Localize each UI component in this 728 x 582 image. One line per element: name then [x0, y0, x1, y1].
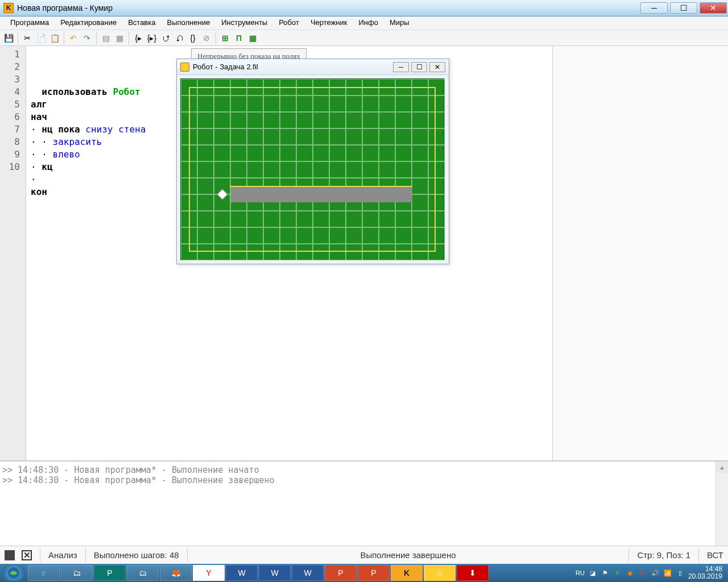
task-word3-icon[interactable]: W [292, 565, 324, 581]
task-robot-icon[interactable]: ☺ [424, 565, 456, 581]
grid1-icon[interactable]: ⊞ [219, 32, 231, 44]
menu-Редактирование[interactable]: Редактирование [55, 16, 122, 30]
menu-Инструменты[interactable]: Инструменты [216, 16, 273, 30]
menu-Программа[interactable]: Программа [5, 16, 55, 30]
line-number: 4 [2, 86, 23, 98]
robot-window-icon [180, 63, 189, 72]
line-number: 3 [2, 73, 23, 86]
paste-icon[interactable]: 📋 [48, 32, 61, 44]
console-line: >> 14:48:30 - Новая программа* - Выполне… [2, 465, 726, 475]
status-exec: Выполнение завершено [196, 550, 621, 560]
field-border [189, 87, 436, 252]
run1-icon[interactable]: {▸ [132, 32, 144, 44]
menubar: ПрограммаРедактированиеВставкаВыполнение… [0, 16, 728, 30]
gutter: 12345678910 [0, 46, 26, 460]
console-line: >> 14:48:30 - Новая программа* - Выполне… [2, 475, 726, 485]
window-title: Новая программа - Кумир [17, 3, 113, 13]
task-ppt1-icon[interactable]: P [325, 565, 357, 581]
cut-icon[interactable]: ✂ [21, 32, 34, 44]
status-steps: Выполнено шагов: 48 [94, 550, 179, 560]
scroll-up-icon[interactable]: ▴ [716, 462, 728, 473]
doc2-icon[interactable]: ▦ [113, 32, 126, 44]
line-number: 8 [2, 136, 23, 148]
line-number: 6 [2, 111, 23, 123]
step1-icon[interactable]: ⮍ [159, 32, 172, 44]
status-clear-icon[interactable]: ✕ [22, 550, 32, 560]
menu-Инфо[interactable]: Инфо [353, 16, 383, 30]
grid2-icon[interactable]: П [233, 32, 245, 44]
line-number: 1 [2, 48, 23, 61]
task-firefox-icon[interactable]: 🦊 [160, 565, 192, 581]
task-pdf-icon[interactable]: ⬇ [457, 565, 489, 581]
line-number: 2 [2, 61, 23, 73]
task-publisher-icon[interactable]: P [94, 565, 126, 581]
status-cursor-pos: Стр: 9, Поз: 1 [637, 550, 690, 560]
statusbar: ✕ Анализ Выполнено шагов: 48 Выполнение … [0, 546, 728, 564]
status-analysis: Анализ [48, 550, 77, 560]
step2-icon[interactable]: ⮏ [173, 32, 185, 44]
close-button[interactable]: ✕ [700, 2, 727, 14]
painted-cells [231, 187, 412, 202]
status-save-icon[interactable] [5, 550, 15, 560]
console-output[interactable]: >> 14:48:30 - Новая программа* - Выполне… [0, 460, 728, 546]
toolbar: 💾 ✂ 📄 📋 ↶ ↷ ▤ ▦ {▸ {▸} ⮍ ⮏ {} ⊘ ⊞ П ▦ [0, 30, 728, 46]
robot-close-button[interactable]: ✕ [429, 62, 445, 72]
tray-pdf-icon[interactable]: A [638, 568, 647, 577]
windows-taskbar: e 🗂 P 🗂 🦊 Y W W W P P K ☺ ⬇ RU ◪ ⚑ K ◉ A… [0, 564, 728, 582]
tray-shield-icon[interactable]: ◪ [588, 568, 597, 577]
redo-icon[interactable]: ↷ [81, 32, 93, 44]
system-tray: RU ◪ ⚑ K ◉ A 🔊 📶 ▯ 14:48 20.03.2019 [576, 566, 726, 580]
tray-network-icon[interactable]: 📶 [663, 568, 672, 577]
tray-volume-icon[interactable]: 🔊 [651, 568, 660, 577]
line-number: 5 [2, 98, 23, 111]
copy-icon[interactable]: 📄 [35, 32, 47, 44]
line-number: 7 [2, 123, 23, 136]
task-word2-icon[interactable]: W [259, 565, 291, 581]
app-icon: K [3, 3, 14, 13]
maximize-button[interactable]: ☐ [670, 2, 697, 14]
menu-Чертежник[interactable]: Чертежник [305, 16, 353, 30]
task-ppt2-icon[interactable]: P [358, 565, 390, 581]
tray-av-icon[interactable]: K [613, 568, 622, 577]
minimize-button[interactable]: ─ [640, 2, 668, 14]
stop-icon[interactable]: ⊘ [200, 32, 213, 44]
doc1-icon[interactable]: ▤ [100, 32, 112, 44]
tray-clock[interactable]: 14:48 20.03.2019 [688, 566, 722, 580]
task-word1-icon[interactable]: W [226, 565, 258, 581]
robot-field[interactable] [180, 78, 444, 260]
save-icon[interactable]: 💾 [2, 32, 15, 44]
menu-Вставка[interactable]: Вставка [122, 16, 161, 30]
tray-battery-icon[interactable]: ▯ [676, 568, 685, 577]
status-insert-mode: ВСТ [707, 550, 723, 560]
menu-Выполнение[interactable]: Выполнение [161, 16, 216, 30]
robot-max-button[interactable]: ☐ [411, 62, 427, 72]
robot-window[interactable]: Робот - Задача 2.fil ─ ☐ ✕ [176, 59, 449, 264]
tray-flag-icon[interactable]: ⚑ [601, 568, 610, 577]
task-yandex-icon[interactable]: Y [193, 565, 225, 581]
task-files-icon[interactable]: 🗂 [127, 565, 159, 581]
undo-icon[interactable]: ↶ [67, 32, 80, 44]
titlebar: K Новая программа - Кумир ─ ☐ ✕ [0, 0, 728, 16]
tray-date: 20.03.2019 [688, 573, 722, 580]
robot-titlebar[interactable]: Робот - Задача 2.fil ─ ☐ ✕ [177, 59, 449, 75]
start-button[interactable] [2, 565, 25, 581]
editor-panel: 12345678910 Непрерывно без показа на пол… [0, 46, 553, 460]
grid3-icon[interactable]: ▦ [246, 32, 259, 44]
tray-updater-icon[interactable]: ◉ [626, 568, 635, 577]
console-scrollbar[interactable]: ▴ [715, 462, 728, 546]
robot-min-button[interactable]: ─ [393, 62, 409, 72]
run2-icon[interactable]: {▸} [146, 32, 158, 44]
line-number: 10 [2, 161, 23, 173]
side-panel [553, 46, 728, 460]
tray-lang[interactable]: RU [576, 568, 585, 577]
robot-field-wrap [177, 75, 449, 264]
task-kumir-icon[interactable]: K [391, 565, 423, 581]
main-area: 12345678910 Непрерывно без показа на пол… [0, 46, 728, 460]
task-ie-icon[interactable]: e [28, 565, 60, 581]
menu-Робот[interactable]: Робот [273, 16, 305, 30]
task-explorer-icon[interactable]: 🗂 [61, 565, 93, 581]
step3-icon[interactable]: {} [187, 32, 199, 44]
line-number: 9 [2, 148, 23, 161]
robot-window-title: Робот - Задача 2.fil [193, 63, 258, 71]
menu-Миры[interactable]: Миры [384, 16, 415, 30]
